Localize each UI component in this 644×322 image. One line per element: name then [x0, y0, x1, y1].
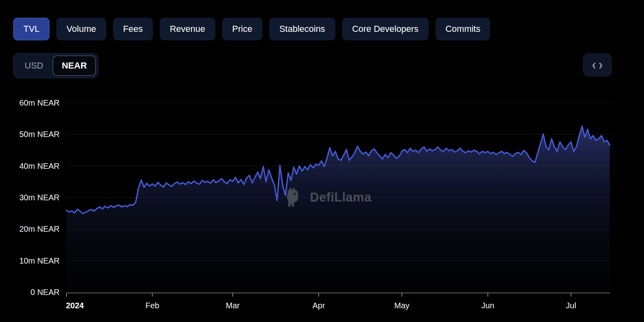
- tab-commits[interactable]: Commits: [436, 18, 491, 40]
- tvl-chart-svg[interactable]: 0 NEAR10m NEAR20m NEAR30m NEAR40m NEAR50…: [0, 93, 644, 322]
- tab-price[interactable]: Price: [222, 18, 262, 40]
- tab-tvl[interactable]: TVL: [13, 18, 50, 40]
- y-axis-label: 0 NEAR: [31, 288, 60, 297]
- x-axis-label: Mar: [226, 301, 240, 310]
- tab-fees[interactable]: Fees: [113, 18, 153, 40]
- x-axis-label: 2024: [66, 301, 84, 310]
- tab-core-developers[interactable]: Core Developers: [342, 18, 429, 40]
- chart-controls-row: USD NEAR ❮ ❯: [0, 53, 644, 77]
- y-axis-label: 30m NEAR: [19, 193, 60, 202]
- chart-area-fill: [66, 126, 610, 292]
- embed-code-button[interactable]: ❮ ❯: [583, 53, 612, 77]
- metric-tabs: TVL Volume Fees Revenue Price Stablecoin…: [13, 18, 490, 40]
- chevron-left-icon: ❮: [592, 60, 596, 69]
- chevron-right-icon: ❯: [599, 60, 603, 69]
- y-axis-label: 10m NEAR: [19, 256, 60, 265]
- y-axis-label: 50m NEAR: [19, 130, 60, 139]
- tab-revenue[interactable]: Revenue: [160, 18, 215, 40]
- defillama-chart-page: TVL Volume Fees Revenue Price Stablecoin…: [0, 0, 644, 322]
- tab-stablecoins[interactable]: Stablecoins: [269, 18, 335, 40]
- x-axis-label: Apr: [312, 301, 325, 310]
- y-axis-label: 20m NEAR: [19, 224, 60, 233]
- x-axis-label: Jul: [566, 301, 576, 310]
- y-axis-label: 40m NEAR: [19, 162, 60, 170]
- x-axis-label: May: [394, 301, 410, 310]
- denomination-toggle: USD NEAR: [13, 53, 98, 78]
- toggle-option-near[interactable]: NEAR: [53, 56, 95, 76]
- x-axis-label: Jun: [481, 301, 494, 310]
- y-axis-label: 60m NEAR: [19, 98, 60, 107]
- tab-volume[interactable]: Volume: [56, 18, 106, 40]
- x-axis-label: Feb: [145, 301, 159, 310]
- tvl-chart[interactable]: 0 NEAR10m NEAR20m NEAR30m NEAR40m NEAR50…: [0, 93, 644, 322]
- toggle-option-usd[interactable]: USD: [16, 56, 52, 76]
